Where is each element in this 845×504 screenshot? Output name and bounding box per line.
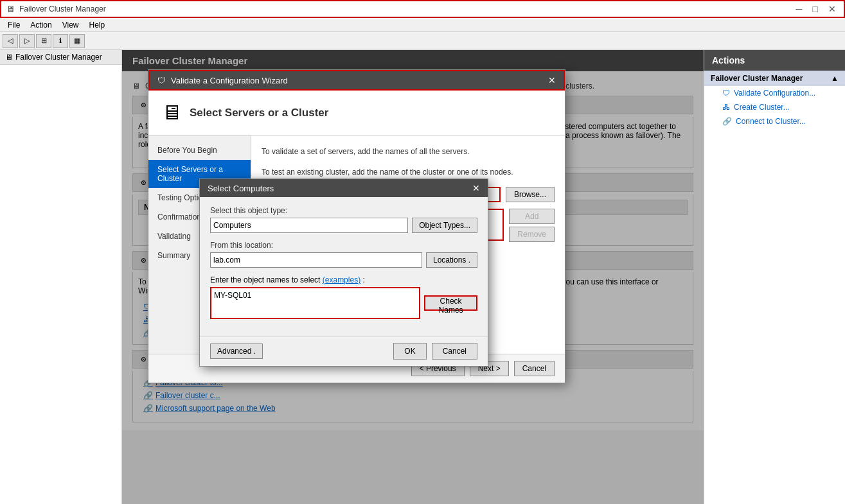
toolbar-grid[interactable]: ▦ [69,34,85,48]
title-bar-text: Failover Cluster Manager [19,4,106,13]
menu-help[interactable]: Help [84,19,111,31]
browse-button[interactable]: Browse... [506,187,555,202]
remove-button[interactable]: Remove [509,227,555,242]
main-content: Failover Cluster Manager 🖥 Create failov… [122,50,704,504]
toolbar-home[interactable]: ⊞ [36,34,51,48]
names-row: MY-SQL01 Check Names [210,287,477,319]
title-bar: 🖥 Failover Cluster Manager ─ □ ✕ [0,0,845,18]
dialog-cancel-button[interactable]: Cancel [432,343,477,360]
location-row: Locations . [210,252,477,268]
wizard-title-bar: 🛡 Validate a Configuration Wizard ✕ [148,70,565,91]
actions-expand-icon: ▲ [831,74,839,83]
wizard-overlay: 🛡 Validate a Configuration Wizard ✕ 🖥 Se… [122,50,704,504]
action-connect[interactable]: 🔗 Connect to Cluster... [704,114,845,128]
names-textarea[interactable]: MY-SQL01 [210,287,420,319]
advanced-button[interactable]: Advanced . [210,343,263,359]
select-computers-title-bar: Select Computers ✕ [200,179,488,197]
toolbar-info[interactable]: ℹ [53,34,68,48]
action-validate[interactable]: 🛡 Validate Configuration... [704,86,845,100]
sidebar-icon: 🖥 [5,53,13,62]
sidebar-header: 🖥 Failover Cluster Manager [0,50,121,65]
wizard-instruction2: To test an existing cluster, add the nam… [262,166,555,178]
cancel-button[interactable]: Cancel [514,361,555,376]
sidebar-title: Failover Cluster Manager [15,53,102,62]
sidebar: 🖥 Failover Cluster Manager [0,50,122,504]
wizard-title-icon: 🛡 [157,76,166,85]
check-names-button[interactable]: Check Names [424,295,477,311]
toolbar: ◁ ▷ ⊞ ℹ ▦ [0,32,845,50]
wizard-header-title: Select Servers or a Cluster [190,107,328,119]
locations-button[interactable]: Locations . [426,252,477,268]
location-label: From this location: [210,241,477,250]
close-button[interactable]: ✕ [826,4,839,14]
maximize-button[interactable]: □ [810,4,821,14]
actions-title: Actions [712,55,745,65]
location-input[interactable] [210,252,422,268]
action-create[interactable]: 🖧 Create Cluster... [704,100,845,114]
wizard-instruction1: To validate a set of servers, add the na… [262,146,555,157]
object-type-input[interactable] [210,218,408,233]
names-label-row: Enter the object names to select (exampl… [210,275,477,284]
wizard-header-icon: 🖥 [161,101,182,125]
toolbar-forward[interactable]: ▷ [19,34,35,48]
minimize-button[interactable]: ─ [794,4,805,14]
title-bar-controls: ─ □ ✕ [794,4,839,14]
select-computers-dialog: Select Computers ✕ Select this object ty… [199,178,488,367]
actions-subheader: Failover Cluster Manager ▲ [704,71,845,86]
menu-view[interactable]: View [57,19,84,31]
object-type-row: Object Types... [210,218,477,233]
footer-right-buttons: OK Cancel [393,343,477,360]
select-computers-close-button[interactable]: ✕ [472,183,480,193]
app-icon: 🖥 [6,4,15,14]
wizard-header: 🖥 Select Servers or a Cluster [148,91,565,135]
action-validate-icon: 🛡 [722,89,730,98]
actions-subheader-text: Failover Cluster Manager [711,74,803,83]
ok-button[interactable]: OK [393,343,426,360]
menu-action[interactable]: Action [25,19,57,31]
wizard-nav-before-you-begin[interactable]: Before You Begin [148,141,251,160]
action-create-icon: 🖧 [722,103,730,112]
select-computers-footer: Advanced . OK Cancel [200,336,488,366]
object-type-label: Select this object type: [210,206,477,215]
select-computers-title: Select Computers [208,184,274,193]
names-colon: : [362,275,364,284]
actions-header: Actions [704,50,845,71]
action-connect-icon: 🔗 [722,117,732,126]
menu-file[interactable]: File [3,19,25,31]
main-layout: 🖥 Failover Cluster Manager Failover Clus… [0,50,845,504]
examples-link[interactable]: (examples) [323,275,360,284]
menu-bar: File Action View Help [0,18,845,32]
object-types-button[interactable]: Object Types... [412,218,477,233]
names-label: Enter the object names to select [210,275,320,284]
select-computers-body: Select this object type: Object Types...… [200,197,488,336]
toolbar-back[interactable]: ◁ [3,34,18,48]
wizard-title-text: Validate a Configuration Wizard [171,76,288,85]
wizard-close-button[interactable]: ✕ [548,75,556,85]
add-button[interactable]: Add [509,209,555,224]
actions-panel: Actions Failover Cluster Manager ▲ 🛡 Val… [704,50,845,504]
